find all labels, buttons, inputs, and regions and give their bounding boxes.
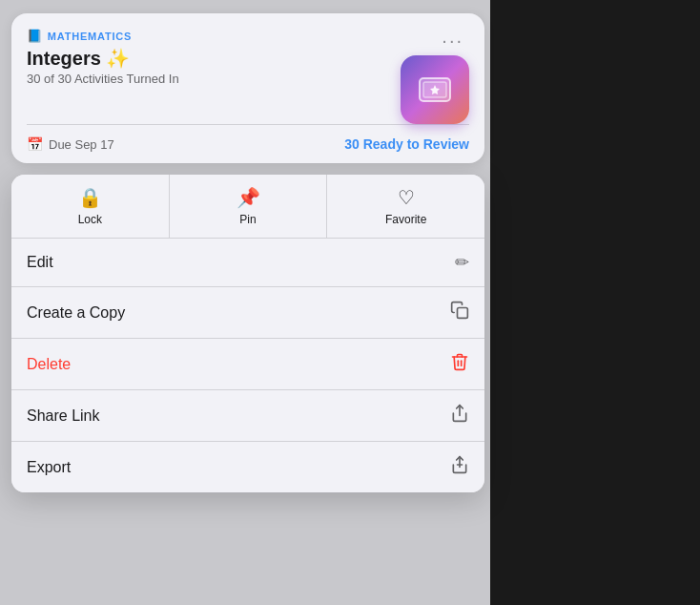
heart-icon: ♡ xyxy=(398,186,415,209)
delete-menu-item[interactable]: Delete xyxy=(11,339,484,390)
create-copy-menu-item[interactable]: Create a Copy xyxy=(11,287,484,339)
assignment-icon xyxy=(401,55,469,124)
review-count[interactable]: 30 Ready to Review xyxy=(344,136,469,152)
card-header: 📘 MATHEMATICS Integers ✨ 30 of 30 Activi… xyxy=(27,29,469,124)
due-date: 📅 Due Sep 17 xyxy=(27,136,114,152)
lock-button[interactable]: 🔒 Lock xyxy=(11,175,170,238)
create-copy-label: Create a Copy xyxy=(27,304,125,322)
menu-actions-row: 🔒 Lock 📌 Pin ♡ Favorite xyxy=(11,175,484,239)
context-menu: 🔒 Lock 📌 Pin ♡ Favorite Edit ✏ Create a … xyxy=(11,175,484,492)
edit-label: Edit xyxy=(27,254,53,271)
card-title: Integers ✨ xyxy=(27,47,179,70)
calendar-icon: 📅 xyxy=(27,136,43,152)
share-icon xyxy=(450,404,469,428)
share-link-label: Share Link xyxy=(27,407,100,425)
subject-label: 📘 MATHEMATICS xyxy=(27,29,179,43)
copy-icon xyxy=(450,301,469,324)
more-options-button[interactable]: ··· xyxy=(436,29,469,52)
export-label: Export xyxy=(27,459,71,476)
subject-icon: 📘 xyxy=(27,29,43,43)
pin-label: Pin xyxy=(239,213,256,226)
share-link-menu-item[interactable]: Share Link xyxy=(11,390,484,442)
lock-label: Lock xyxy=(78,213,102,226)
favorite-button[interactable]: ♡ Favorite xyxy=(327,175,484,238)
svg-rect-3 xyxy=(458,308,468,319)
trash-icon xyxy=(450,352,469,376)
assignment-card: 📘 MATHEMATICS Integers ✨ 30 of 30 Activi… xyxy=(11,13,484,163)
pin-icon: 📌 xyxy=(237,186,260,209)
assignment-icon-svg xyxy=(414,69,456,111)
card-footer: 📅 Due Sep 17 30 Ready to Review xyxy=(27,124,469,163)
edit-menu-item[interactable]: Edit ✏ xyxy=(11,239,484,287)
card-subtitle: 30 of 30 Activities Turned In xyxy=(27,72,179,86)
export-icon xyxy=(450,455,469,479)
pin-button[interactable]: 📌 Pin xyxy=(170,175,328,238)
edit-icon: ✏ xyxy=(455,252,469,273)
lock-icon: 🔒 xyxy=(78,186,102,209)
favorite-label: Favorite xyxy=(385,213,426,226)
export-menu-item[interactable]: Export xyxy=(11,442,484,492)
dark-overlay xyxy=(490,0,700,605)
delete-label: Delete xyxy=(27,356,71,373)
